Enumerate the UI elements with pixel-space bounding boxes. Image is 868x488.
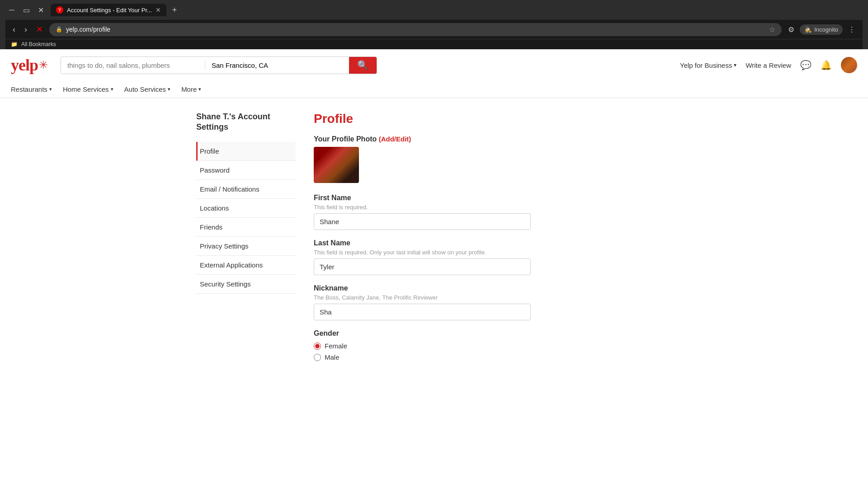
nav-item-restaurants[interactable]: Restaurants ▾ (11, 85, 52, 93)
nickname-hint: The Boss, Calamity Jane, The Prolific Re… (314, 294, 672, 301)
close-button[interactable]: ✕ (34, 4, 47, 16)
gender-female-label: Female (325, 342, 347, 350)
sidebar-item-password[interactable]: Password (196, 161, 296, 180)
bookmarks-label: All Bookmarks (21, 41, 56, 47)
last-name-group: Last Name This field is required. Only y… (314, 239, 672, 275)
active-tab[interactable]: Y Account Settings - Edit Your Pr... ✕ (51, 4, 166, 16)
last-name-input[interactable] (314, 258, 531, 275)
sidebar-link-password[interactable]: Password (196, 161, 296, 179)
search-what-input[interactable] (61, 57, 205, 74)
search-where-input[interactable] (205, 57, 349, 74)
profile-photo-image (314, 147, 359, 183)
sidebar-item-email-notifications[interactable]: Email / Notifications (196, 180, 296, 199)
incognito-icon: 🕵 (804, 26, 811, 33)
notifications-button[interactable]: 🔔 (821, 60, 832, 70)
extensions-button[interactable]: ⚙ (785, 23, 797, 36)
maximize-button[interactable]: ▭ (20, 4, 33, 16)
profile-photo-inner (314, 147, 359, 183)
nav-more-chevron-icon: ▾ (198, 86, 201, 92)
bell-icon: 🔔 (821, 60, 832, 70)
user-avatar[interactable] (841, 57, 857, 73)
yelp-header: yelp ✳ 🔍 Yelp for Business ▾ Write a Rev… (0, 49, 868, 98)
sidebar-item-profile[interactable]: Profile (196, 142, 296, 161)
yelp-logo[interactable]: yelp ✳ (11, 56, 48, 75)
sidebar-item-privacy-settings[interactable]: Privacy Settings (196, 237, 296, 256)
address-bar[interactable]: 🔒 yelp.com/profile ☆ (49, 23, 782, 36)
gender-female-option[interactable]: Female (314, 342, 672, 350)
bookmarks-folder-icon: 📁 (11, 41, 18, 47)
more-options-button[interactable]: ⋮ (845, 23, 858, 36)
messages-icon: 💬 (800, 60, 811, 70)
sidebar-item-friends[interactable]: Friends (196, 218, 296, 237)
toolbar-right: ⚙ 🕵 Incognito ⋮ (785, 23, 858, 36)
yelp-nav-top: yelp ✳ 🔍 Yelp for Business ▾ Write a Rev… (11, 49, 857, 81)
sidebar-title: Shane T.'s Account Settings (196, 112, 296, 133)
gender-radio-group: Female Male (314, 342, 672, 361)
tab-title: Account Settings - Edit Your Pr... (67, 7, 152, 14)
incognito-badge: 🕵 Incognito (800, 24, 843, 35)
yelp-biz-chevron-icon: ▾ (734, 62, 736, 68)
search-container: 🔍 (61, 56, 377, 74)
browser-chrome: ─ ▭ ✕ Y Account Settings - Edit Your Pr.… (0, 0, 868, 49)
sidebar-item-external-applications[interactable]: External Applications (196, 256, 296, 275)
sidebar-item-locations[interactable]: Locations (196, 199, 296, 218)
first-name-label: First Name (314, 194, 672, 202)
messages-button[interactable]: 💬 (800, 60, 811, 70)
yelp-logo-text: yelp (11, 56, 38, 75)
nav-restaurants-label: Restaurants (11, 85, 47, 93)
forward-button[interactable]: › (22, 23, 30, 36)
gender-male-radio[interactable] (314, 354, 321, 361)
section-title: Profile (314, 112, 672, 126)
bookmarks-bar: 📁 All Bookmarks (5, 39, 863, 49)
gender-female-radio[interactable] (314, 343, 321, 350)
write-review-link[interactable]: Write a Review (745, 61, 791, 69)
back-button[interactable]: ‹ (10, 23, 18, 36)
yelp-for-business-button[interactable]: Yelp for Business ▾ (680, 61, 736, 69)
nav-auto-services-chevron-icon: ▾ (168, 86, 170, 92)
reload-button[interactable]: ✕ (33, 23, 46, 36)
nav-item-auto-services[interactable]: Auto Services ▾ (124, 85, 171, 93)
url-text: yelp.com/profile (66, 26, 765, 33)
browser-titlebar: ─ ▭ ✕ Y Account Settings - Edit Your Pr.… (5, 4, 863, 16)
yelp-biz-label: Yelp for Business (680, 61, 732, 69)
last-name-label: Last Name (314, 239, 672, 247)
profile-photo-section: Your Profile Photo (Add/Edit) (314, 135, 672, 183)
sidebar-link-email-notifications[interactable]: Email / Notifications (196, 180, 296, 198)
sidebar-link-friends[interactable]: Friends (196, 218, 296, 236)
add-edit-link[interactable]: (Add/Edit) (379, 135, 411, 143)
gender-male-label: Male (325, 353, 340, 361)
header-right: Yelp for Business ▾ Write a Review 💬 🔔 (680, 57, 857, 73)
nickname-input[interactable] (314, 304, 531, 320)
first-name-hint: This field is required. (314, 204, 672, 211)
nickname-group: Nickname The Boss, Calamity Jane, The Pr… (314, 284, 672, 320)
sidebar-item-security-settings[interactable]: Security Settings (196, 275, 296, 294)
main-content: Profile Your Profile Photo (Add/Edit) Fi… (314, 112, 672, 368)
gender-label: Gender (314, 329, 672, 338)
new-tab-button[interactable]: + (168, 4, 181, 16)
nav-home-services-label: Home Services (63, 85, 109, 93)
sidebar-link-security-settings[interactable]: Security Settings (196, 275, 296, 293)
nav-home-services-chevron-icon: ▾ (111, 86, 113, 92)
page-content: Shane T.'s Account Settings Profile Pass… (185, 98, 683, 382)
nav-item-more[interactable]: More ▾ (181, 85, 201, 93)
bookmark-icon[interactable]: ☆ (769, 25, 775, 34)
sidebar-link-external-applications[interactable]: External Applications (196, 256, 296, 274)
sidebar-link-profile[interactable]: Profile (198, 142, 296, 160)
first-name-input[interactable] (314, 213, 531, 230)
incognito-label: Incognito (814, 26, 838, 33)
sidebar-link-locations[interactable]: Locations (196, 199, 296, 217)
minimize-button[interactable]: ─ (5, 4, 18, 16)
browser-toolbar: ‹ › ✕ 🔒 yelp.com/profile ☆ ⚙ 🕵 Incognito… (5, 20, 863, 39)
profile-photo-label-text: Your Profile Photo (314, 135, 377, 143)
lock-icon: 🔒 (56, 26, 62, 33)
sidebar-link-privacy-settings[interactable]: Privacy Settings (196, 237, 296, 255)
gender-male-option[interactable]: Male (314, 353, 672, 361)
search-button[interactable]: 🔍 (349, 57, 377, 74)
nav-item-home-services[interactable]: Home Services ▾ (63, 85, 113, 93)
sidebar-nav: Profile Password Email / Notifications L… (196, 142, 296, 294)
first-name-group: First Name This field is required. (314, 194, 672, 230)
tab-close-button[interactable]: ✕ (156, 6, 161, 14)
tab-bar: Y Account Settings - Edit Your Pr... ✕ + (51, 4, 181, 16)
yelp-logo-burst: ✳ (39, 59, 48, 71)
nav-restaurants-chevron-icon: ▾ (49, 86, 52, 92)
